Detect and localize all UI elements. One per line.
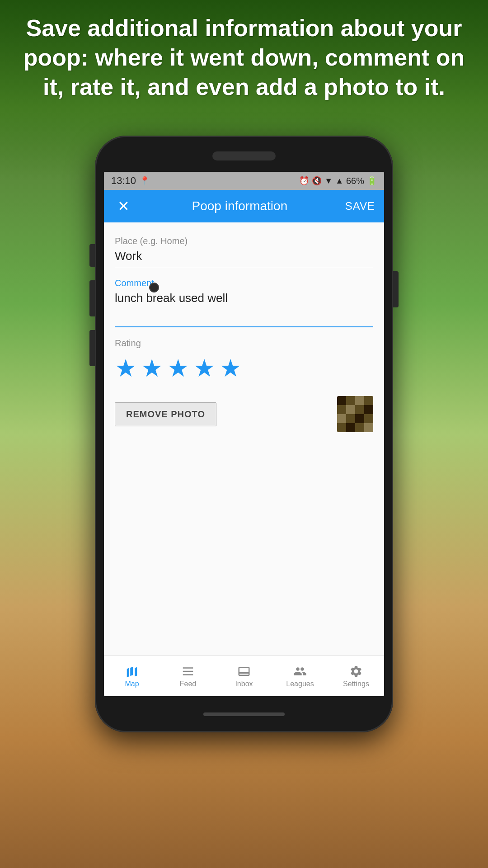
power-button: [393, 271, 399, 307]
photo-thumbnail[interactable]: [337, 396, 373, 432]
comment-value[interactable]: lunch break used well: [115, 291, 373, 327]
nav-settings[interactable]: Settings: [328, 665, 384, 688]
phone-bottom: [203, 696, 285, 732]
close-button[interactable]: ✕: [113, 196, 134, 217]
inbox-icon: [237, 665, 251, 678]
leagues-icon: [293, 665, 307, 678]
time-display: 13:10: [111, 175, 136, 187]
battery-indicator: 66%: [346, 176, 364, 186]
nav-map[interactable]: Map: [104, 665, 160, 688]
feed-icon: [181, 665, 195, 678]
phone-screen: 13:10 📍 ⏰ 🔇 ▼ ▲ 66% 🔋 ✕ Poop information…: [104, 172, 384, 696]
location-icon: 📍: [140, 176, 150, 186]
map-nav-label: Map: [125, 680, 139, 688]
settings-nav-label: Settings: [343, 680, 369, 688]
nav-feed[interactable]: Feed: [160, 665, 216, 688]
feed-nav-label: Feed: [180, 680, 196, 688]
star-2[interactable]: ★: [141, 354, 163, 382]
status-icons: ⏰ 🔇 ▼ ▲ 66% 🔋: [299, 176, 377, 186]
nav-inbox[interactable]: Inbox: [216, 665, 272, 688]
battery-icon: 🔋: [367, 176, 377, 186]
content-area: Place (e.g. Home) Work Comment lunch bre…: [104, 222, 384, 656]
status-time: 13:10 📍: [111, 175, 150, 187]
map-icon: [125, 665, 139, 678]
phone-top-bar: [95, 136, 393, 172]
wifi-icon: ▼: [324, 176, 333, 186]
rating-label: Rating: [115, 338, 373, 349]
screen-title: Poop information: [134, 199, 345, 213]
star-1[interactable]: ★: [115, 354, 136, 382]
phone-speaker: [212, 151, 276, 160]
photo-section: REMOVE PHOTO: [115, 396, 373, 432]
alarm-icon: ⏰: [299, 176, 309, 186]
remove-photo-button[interactable]: REMOVE PHOTO: [115, 402, 216, 426]
app-bar: ✕ Poop information SAVE: [104, 190, 384, 222]
status-bar: 13:10 📍 ⏰ 🔇 ▼ ▲ 66% 🔋: [104, 172, 384, 190]
volume-down-button: [89, 330, 95, 366]
star-rating[interactable]: ★ ★ ★ ★ ★: [115, 354, 373, 382]
nav-leagues[interactable]: Leagues: [272, 665, 328, 688]
star-4[interactable]: ★: [193, 354, 215, 382]
star-5[interactable]: ★: [220, 354, 241, 382]
phone-frame: 13:10 📍 ⏰ 🔇 ▼ ▲ 66% 🔋 ✕ Poop information…: [95, 136, 393, 732]
photo-thumbnail-grid: [337, 396, 373, 432]
hero-text: Save additional information about your p…: [0, 14, 488, 102]
volume-up-button: [89, 280, 95, 316]
mute-icon: 🔇: [312, 176, 322, 186]
silent-button: [89, 244, 95, 267]
bottom-nav: Map Feed Inbox Leagues: [104, 656, 384, 696]
place-label: Place (e.g. Home): [115, 236, 373, 246]
phone-camera: [149, 283, 159, 292]
signal-icon: ▲: [335, 176, 343, 186]
inbox-nav-label: Inbox: [235, 680, 253, 688]
place-field-group: Place (e.g. Home) Work: [115, 236, 373, 267]
place-value[interactable]: Work: [115, 249, 373, 267]
rating-section: Rating ★ ★ ★ ★ ★: [115, 338, 373, 382]
star-3[interactable]: ★: [167, 354, 189, 382]
save-button[interactable]: SAVE: [345, 200, 375, 212]
settings-icon: [349, 665, 363, 678]
home-indicator: [203, 712, 285, 716]
leagues-nav-label: Leagues: [286, 680, 314, 688]
